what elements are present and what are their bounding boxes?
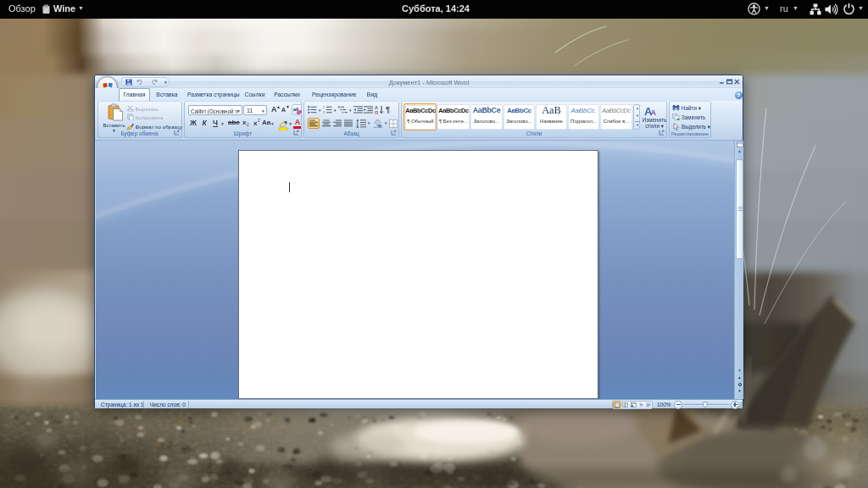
svg-text:2: 2 (323, 111, 325, 114)
svg-text:1: 1 (323, 106, 325, 109)
svg-text:Я: Я (375, 110, 378, 114)
